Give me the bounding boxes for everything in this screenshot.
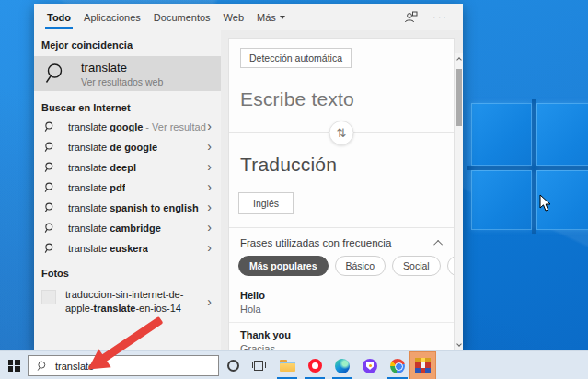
start-button[interactable] [0, 351, 28, 379]
pill-social[interactable]: Social [392, 256, 441, 276]
opera-button[interactable] [301, 351, 329, 379]
search-icon [44, 121, 55, 132]
suggestion-row[interactable]: translate euskera › [34, 238, 221, 258]
search-icon [44, 223, 55, 234]
phrase-row[interactable]: Thank you Gracias [229, 322, 454, 350]
feedback-person-icon[interactable] [404, 11, 418, 23]
suggestion-row[interactable]: translate google - Ver resultados web › [34, 117, 221, 137]
tab-web[interactable]: Web [217, 4, 250, 30]
suggestion-row[interactable]: translate pdf › [34, 178, 221, 198]
dropdown-arrow-icon [280, 16, 285, 19]
suggestion-text: translate cambridge [68, 223, 161, 234]
translator-input-placeholder[interactable]: Escribe texto [240, 88, 454, 110]
edge-button[interactable] [329, 351, 356, 379]
search-results-column: Mejor coincidencia translate Ver resulta… [34, 30, 221, 350]
section-header-photos: Fotos [34, 264, 221, 282]
file-explorer-icon [280, 360, 295, 372]
task-view-button[interactable] [245, 351, 272, 379]
mouse-cursor-icon [539, 194, 551, 212]
chevron-right-icon[interactable]: › [207, 295, 212, 308]
swap-icon: ⇅ [337, 126, 347, 140]
phrases-header-row: Frases utilizadas con frecuencia [240, 237, 443, 248]
suggestion-text: translate deepl [68, 162, 136, 173]
search-icon [44, 182, 55, 193]
chevron-right-icon[interactable]: › [207, 160, 212, 173]
tab-documentos[interactable]: Documentos [147, 4, 217, 30]
tab-mas[interactable]: Más [250, 4, 292, 30]
cortana-icon [227, 360, 239, 372]
phrase-source: Hello [240, 290, 443, 301]
suggestion-text: translate euskera [68, 243, 148, 254]
section-header-web: Buscar en Internet [34, 98, 221, 117]
suggestion-row[interactable]: translate cambridge › [34, 218, 221, 238]
scroll-up-icon[interactable] [456, 55, 462, 64]
more-options-icon[interactable]: ··· [432, 12, 448, 22]
best-match-result[interactable]: translate Ver resultados web [34, 56, 221, 91]
security-app-button[interactable] [356, 351, 384, 379]
active-app-icon [415, 358, 431, 373]
scroll-down-icon[interactable] [456, 339, 462, 349]
chevron-right-icon[interactable]: › [207, 120, 212, 132]
tab-todo[interactable]: Todo [40, 4, 77, 30]
phrase-target: Gracias [240, 343, 443, 350]
windows-search-flyout: Todo Aplicaciones Documentos Web Más ···… [34, 4, 463, 350]
suggestion-text: translate pdf [68, 182, 125, 193]
cortana-button[interactable] [219, 351, 247, 379]
search-tabbar: Todo Aplicaciones Documentos Web Más ··· [34, 4, 463, 30]
suggestion-text: translate de google [68, 142, 157, 153]
photo-thumbnail [41, 290, 56, 304]
translator-output-title: Traducción [240, 154, 454, 176]
file-explorer-button[interactable] [273, 351, 301, 379]
search-icon [44, 243, 55, 254]
edge-icon [335, 359, 350, 373]
search-icon [44, 62, 68, 86]
photo-result-row[interactable]: traduccion-sin-internet-de-apple-transla… [34, 282, 221, 321]
chrome-icon [390, 359, 405, 373]
windows-logo [471, 103, 588, 230]
translator-card: Detección automática Escribe texto ⇅ Tra… [228, 38, 455, 350]
pill-basico[interactable]: Básico [335, 256, 386, 276]
task-view-icon [252, 361, 266, 372]
scrollbar-thumb[interactable] [456, 69, 462, 126]
search-icon [44, 162, 55, 173]
suggestion-text: translate google - Ver resultados web [68, 121, 206, 132]
suggestion-row[interactable]: translate spanish to english › [34, 198, 221, 218]
chevron-right-icon[interactable]: › [207, 201, 212, 213]
shield-icon [363, 359, 377, 373]
photo-result-text: traduccion-sin-internet-de-apple-transla… [65, 288, 194, 316]
tab-aplicaciones[interactable]: Aplicaciones [77, 4, 147, 30]
chrome-button[interactable] [384, 351, 411, 379]
detect-language-button[interactable]: Detección automática [240, 48, 352, 68]
search-icon [44, 202, 55, 213]
search-icon [37, 361, 48, 372]
translator-divider: ⇅ [229, 132, 454, 133]
target-language-button[interactable]: Inglés [238, 192, 294, 214]
pill-mas-populares[interactable]: Más populares [238, 256, 329, 276]
search-icon [44, 142, 55, 153]
taskbar-search-box[interactable]: translate [28, 355, 219, 376]
best-match-subtitle: Ver resultados web [81, 76, 163, 87]
pill-viaje[interactable]: Viaje [447, 256, 454, 276]
best-match-title: translate [81, 61, 163, 75]
collapse-chevron-icon[interactable] [433, 239, 443, 248]
screen: Todo Aplicaciones Documentos Web Más ···… [0, 0, 588, 379]
phrase-target: Hola [240, 304, 443, 315]
chevron-right-icon[interactable]: › [207, 140, 212, 153]
phrases-header-label: Frases utilizadas con frecuencia [240, 237, 391, 248]
phrase-row[interactable]: Hello Hola [229, 283, 454, 322]
chevron-right-icon[interactable]: › [207, 221, 212, 234]
phrase-source: Thank you [240, 329, 443, 340]
suggestion-row[interactable]: translate deepl › [34, 157, 221, 178]
section-header-best-match: Mejor coincidencia [34, 36, 221, 54]
search-preview-area: Detección automática Escribe texto ⇅ Tra… [221, 30, 463, 350]
swap-languages-button[interactable]: ⇅ [329, 121, 354, 145]
windows-start-icon [8, 360, 20, 372]
opera-icon [308, 359, 322, 373]
suggestion-text: translate spanish to english [68, 202, 199, 213]
chevron-right-icon[interactable]: › [207, 241, 212, 254]
chevron-right-icon[interactable]: › [207, 180, 212, 193]
suggestion-row[interactable]: translate de google › [34, 137, 221, 157]
phrase-category-pills: Más populares Básico Social Viaje Comida [238, 256, 454, 276]
active-app-button[interactable] [409, 351, 436, 379]
scrollbar[interactable] [455, 53, 463, 350]
